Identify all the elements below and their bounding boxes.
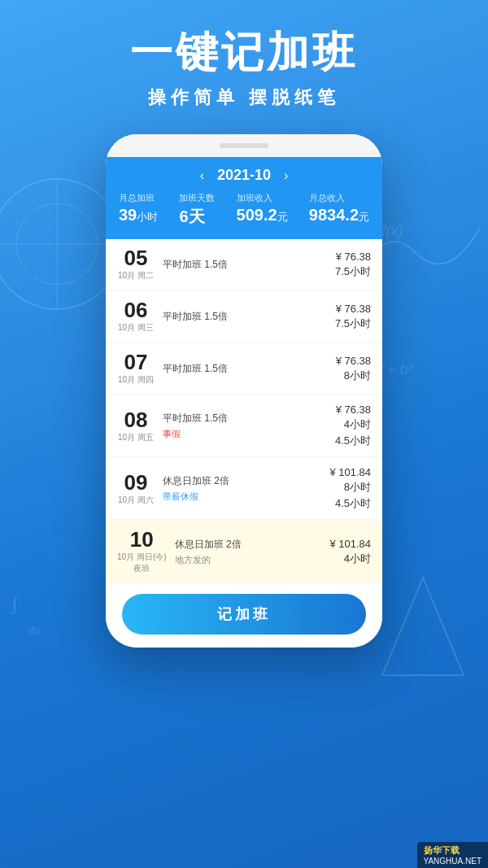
record-hours: 7.5小时 [332, 264, 371, 279]
record-info: 休息日加班 2倍带薪休假 [163, 474, 314, 503]
record-right-col: ¥ 101.848小时4.5小时 [322, 466, 371, 511]
watermark-logo: 扬华下载 [424, 845, 460, 855]
record-info: 平时加班 1.5倍事假 [163, 412, 314, 440]
record-right-col: ¥ 76.384小时4.5小时 [322, 403, 371, 448]
phone-top-bar [106, 134, 382, 157]
record-info: 平时加班 1.5倍 [163, 362, 314, 376]
stat-total-overtime-label: 月总加班 [119, 192, 155, 204]
record-type: 平时加班 1.5倍 [163, 258, 314, 272]
date-number: 08 [117, 409, 155, 430]
phone-mockup: ‹ 2021-10 › 月总加班 39小时 加班天数 6天 加班收入 509.2… [106, 134, 382, 648]
month-nav: ‹ 2021-10 › [119, 167, 369, 184]
date-sub: 10月 周日(今) 夜班 [117, 552, 167, 574]
date-number: 07 [117, 351, 155, 373]
record-right-col: ¥ 76.387.5小时 [322, 251, 371, 279]
record-type: 休息日加班 2倍 [163, 474, 314, 488]
record-money: ¥ 101.84 [322, 466, 371, 478]
record-tag: 地方发的 [175, 554, 314, 566]
stats-row: 月总加班 39小时 加班天数 6天 加班收入 509.2元 月总收入 9834.… [119, 192, 369, 228]
record-button[interactable]: 记加班 [122, 594, 366, 635]
record-type: 平时加班 1.5倍 [163, 412, 314, 425]
record-hours-2: 4.5小时 [332, 496, 371, 511]
bottom-button-wrap: 记加班 [106, 584, 382, 648]
stat-overtime-days-label: 加班天数 [179, 192, 215, 204]
stat-overtime-days-value: 6天 [179, 206, 204, 228]
record-item[interactable]: 0610月 周三平时加班 1.5倍¥ 76.387.5小时 [106, 291, 382, 342]
record-type: 休息日加班 2倍 [175, 538, 314, 552]
date-sub: 10月 周四 [117, 374, 155, 386]
watermark: 扬华下载 YANGHUA.NET [417, 842, 489, 868]
record-tag: 带薪休假 [163, 491, 314, 503]
record-info: 休息日加班 2倍地方发的 [175, 538, 314, 566]
date-block: 0710月 周四 [117, 351, 155, 386]
record-item[interactable]: 0510月 周二平时加班 1.5倍¥ 76.387.5小时 [106, 239, 382, 290]
date-block: 0610月 周三 [117, 299, 155, 334]
stat-overtime-days: 加班天数 6天 [179, 192, 215, 228]
record-tag: 事假 [163, 428, 314, 440]
stat-total-income-value: 9834.2元 [309, 206, 369, 225]
main-title: 一键记加班 [130, 29, 358, 76]
watermark-url: YANGHUA.NET [424, 857, 482, 866]
date-block: 0910月 周六 [117, 472, 155, 506]
record-info: 平时加班 1.5倍 [163, 258, 314, 272]
date-sub: 10月 周二 [117, 270, 155, 281]
record-hours: 8小时 [332, 480, 371, 495]
stat-overtime-income-value: 509.2元 [237, 206, 288, 225]
date-block: 0810月 周五 [117, 409, 155, 443]
stat-total-income-label: 月总收入 [309, 192, 345, 204]
stat-total-income: 月总收入 9834.2元 [309, 192, 369, 225]
record-hours: 8小时 [332, 369, 371, 383]
record-money: ¥ 76.38 [322, 251, 371, 263]
record-money: ¥ 76.38 [322, 355, 371, 367]
record-type: 平时加班 1.5倍 [163, 362, 314, 376]
app-header: ‹ 2021-10 › 月总加班 39小时 加班天数 6天 加班收入 509.2… [106, 157, 382, 239]
title-section: 一键记加班 操作简单 摆脱纸笔 [130, 0, 358, 118]
record-item[interactable]: 0910月 周六休息日加班 2倍带薪休假¥ 101.848小时4.5小时 [106, 458, 382, 519]
records-list: 0510月 周二平时加班 1.5倍¥ 76.387.5小时0610月 周三平时加… [106, 239, 382, 584]
record-money: ¥ 76.38 [322, 303, 371, 315]
stat-total-overtime: 月总加班 39小时 [119, 192, 158, 225]
date-number: 06 [117, 299, 155, 321]
record-right-col: ¥ 76.387.5小时 [322, 303, 371, 331]
date-block: 0510月 周二 [117, 247, 155, 281]
record-hours-2: 4.5小时 [332, 434, 371, 448]
month-title: 2021-10 [217, 167, 271, 184]
next-month-button[interactable]: › [284, 168, 288, 183]
date-sub: 10月 周三 [117, 322, 155, 334]
stat-overtime-income-label: 加班收入 [237, 192, 272, 204]
record-money: ¥ 101.84 [322, 538, 371, 550]
date-sub: 10月 周六 [117, 495, 155, 506]
date-block: 1010月 周日(今) 夜班 [117, 529, 167, 574]
date-sub: 10月 周五 [117, 432, 155, 443]
phone-speaker [220, 143, 268, 148]
record-item[interactable]: 0710月 周四平时加班 1.5倍¥ 76.388小时 [106, 343, 382, 394]
sub-title: 操作简单 摆脱纸笔 [130, 85, 358, 110]
record-money: ¥ 76.38 [322, 403, 371, 416]
stat-overtime-income: 加班收入 509.2元 [237, 192, 288, 225]
record-hours: 4小时 [332, 552, 371, 566]
record-item[interactable]: 0810月 周五平时加班 1.5倍事假¥ 76.384小时4.5小时 [106, 395, 382, 456]
record-right-col: ¥ 101.844小时 [322, 538, 371, 566]
date-number: 05 [117, 247, 155, 268]
stat-total-overtime-value: 39小时 [119, 206, 158, 225]
record-hours: 7.5小时 [332, 316, 371, 331]
prev-month-button[interactable]: ‹ [200, 168, 204, 183]
date-number: 10 [117, 529, 167, 550]
record-hours: 4小时 [332, 417, 371, 432]
record-type: 平时加班 1.5倍 [163, 310, 314, 324]
record-info: 平时加班 1.5倍 [163, 310, 314, 324]
date-number: 09 [117, 472, 155, 493]
main-content: 一键记加班 操作简单 摆脱纸笔 ‹ 2021-10 › 月总加班 39小时 加班… [0, 0, 488, 868]
record-item[interactable]: 1010月 周日(今) 夜班休息日加班 2倍地方发的¥ 101.844小时 [106, 521, 382, 582]
record-right-col: ¥ 76.388小时 [322, 355, 371, 383]
